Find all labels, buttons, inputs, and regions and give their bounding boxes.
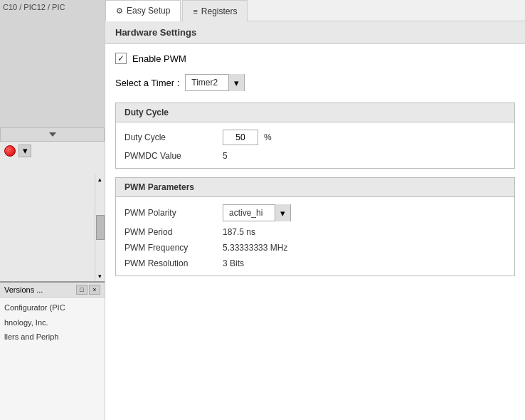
duty-cycle-input[interactable] — [223, 130, 258, 145]
hardware-settings-header: Hardware Settings — [105, 21, 525, 44]
sidebar-scrollbar[interactable]: ▴ ▾ — [95, 174, 105, 282]
duty-cycle-box: Duty Cycle Duty Cycle % PWMDC Value 5 — [115, 103, 515, 169]
pwm-period-row: PWM Period 187.5 ns — [124, 227, 506, 237]
duty-cycle-header-label: Duty Cycle — [124, 107, 169, 117]
sidebar-bottom-title-area: Versions ... — [4, 285, 43, 294]
sidebar-bottom-title: Versions ... — [4, 285, 43, 294]
pwm-period-value: 187.5 ns — [223, 227, 255, 237]
pwmdc-label: PWMDC Value — [124, 151, 217, 161]
chevron-down-icon: ▾ — [234, 78, 239, 88]
pwm-frequency-label: PWM Frequency — [124, 243, 217, 253]
timer-label: Select a Timer : — [115, 78, 179, 88]
pwm-resolution-row: PWM Resolution 3 Bits — [124, 258, 506, 268]
scroll-down-icon[interactable]: ▾ — [98, 273, 102, 280]
sidebar-scroll-down-btn[interactable] — [0, 127, 105, 142]
register-icon: ≡ — [193, 7, 197, 16]
duty-cycle-row-label: Duty Cycle — [124, 132, 217, 142]
pwmdc-value: 5 — [223, 151, 228, 161]
timer-dropdown-arrow[interactable]: ▾ — [228, 74, 244, 91]
sidebar-restore-btn[interactable]: □ — [76, 285, 88, 295]
sidebar-line-4: llers and Periph — [4, 331, 100, 343]
pwm-params-header-label: PWM Parameters — [124, 182, 194, 192]
timer-select[interactable]: Timer2 ▾ — [185, 74, 245, 91]
red-circle-icon — [4, 145, 16, 157]
chevron-down-icon: ▾ — [23, 145, 28, 156]
timer-select-value: Timer2 — [186, 78, 228, 88]
pwm-polarity-row: PWM Polarity active_hi ▾ — [124, 204, 506, 221]
tab-easy-setup-label: Easy Setup — [127, 6, 170, 16]
scroll-up-icon[interactable]: ▴ — [98, 176, 102, 183]
timer-select-row: Select a Timer : Timer2 ▾ — [115, 74, 515, 91]
pwm-period-label: PWM Period — [124, 227, 217, 237]
main-content: ⚙ Easy Setup ≡ Registers Hardware Settin… — [105, 0, 525, 420]
duty-cycle-body: Duty Cycle % PWMDC Value 5 — [116, 122, 514, 168]
pwm-params-body: PWM Polarity active_hi ▾ PWM Period 187.… — [116, 197, 514, 275]
polarity-select-value: active_hi — [223, 208, 275, 218]
pwm-params-header: PWM Parameters — [116, 178, 514, 197]
tab-registers-label: Registers — [201, 6, 238, 16]
duty-cycle-header: Duty Cycle — [116, 103, 514, 122]
sidebar-bottom-btns: □ × — [76, 285, 100, 295]
gear-icon: ⚙ — [116, 6, 123, 16]
duty-cycle-row: Duty Cycle % — [124, 130, 506, 145]
sidebar-top-text: C10 / PIC12 / PIC — [3, 3, 65, 11]
checkbox-check-icon: ✓ — [117, 53, 124, 63]
tab-registers[interactable]: ≡ Registers — [182, 0, 248, 21]
sidebar-line-3: hnology, Inc. — [4, 317, 100, 329]
sidebar-bottom-header: Versions ... □ × — [0, 283, 105, 298]
pwm-resolution-value: 3 Bits — [223, 258, 244, 268]
enable-pwm-checkbox[interactable]: ✓ — [115, 53, 127, 64]
polarity-select[interactable]: active_hi ▾ — [223, 204, 291, 221]
pwm-frequency-row: PWM Frequency 5.33333333 MHz — [124, 243, 506, 253]
sidebar-dropdown-btn[interactable]: ▾ — [18, 145, 31, 157]
svg-marker-0 — [49, 132, 56, 137]
content-inner: ✓ Enable PWM Select a Timer : Timer2 ▾ D… — [105, 44, 525, 293]
hardware-settings-label: Hardware Settings — [115, 27, 196, 38]
pwm-polarity-label: PWM Polarity — [124, 208, 217, 218]
content-body: Hardware Settings ✓ Enable PWM Select a … — [105, 21, 525, 420]
sidebar-close-btn[interactable]: × — [89, 285, 100, 295]
enable-pwm-label: Enable PWM — [132, 53, 186, 64]
sidebar-icon-row: ▾ — [0, 142, 105, 160]
scroll-thumb[interactable] — [96, 215, 105, 240]
chevron-down-icon: ▾ — [280, 208, 285, 219]
pwm-frequency-value: 5.33333333 MHz — [223, 243, 287, 253]
tab-easy-setup[interactable]: ⚙ Easy Setup — [105, 0, 181, 21]
pwmdc-value-row: PWMDC Value 5 — [124, 151, 506, 161]
sidebar-top-area: C10 / PIC12 / PIC — [0, 0, 105, 127]
pwm-resolution-label: PWM Resolution — [124, 258, 217, 268]
polarity-dropdown-arrow[interactable]: ▾ — [275, 204, 290, 221]
tab-bar: ⚙ Easy Setup ≡ Registers — [105, 0, 525, 21]
left-sidebar: C10 / PIC12 / PIC ▾ ▴ ▾ Versions ... □ × — [0, 0, 105, 420]
sidebar-bottom-panel: Versions ... □ × Configurator (PIC hnolo… — [0, 281, 105, 420]
enable-pwm-row: ✓ Enable PWM — [115, 53, 515, 64]
duty-cycle-unit: % — [264, 132, 272, 142]
sidebar-line-1: Configurator (PIC — [4, 302, 100, 314]
pwm-params-box: PWM Parameters PWM Polarity active_hi ▾ — [115, 177, 515, 276]
sidebar-bottom-content: Configurator (PIC hnology, Inc. llers an… — [0, 298, 105, 350]
